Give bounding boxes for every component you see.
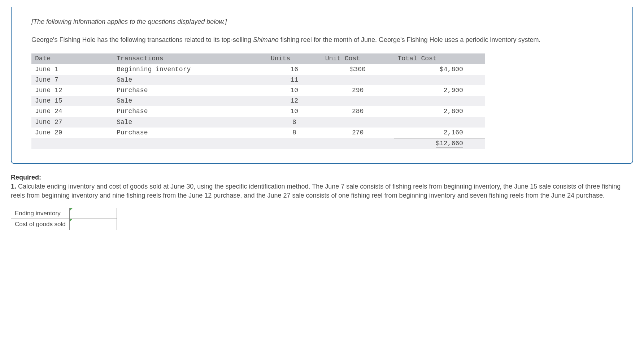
cell-unit-cost bbox=[322, 96, 394, 106]
cell-txn: Purchase bbox=[113, 85, 267, 96]
cell-date: June 1 bbox=[31, 64, 113, 75]
cell-date: June 7 bbox=[31, 75, 113, 85]
cell-unit-cost bbox=[322, 75, 394, 85]
intro-text-2: fishing reel for the month of June. Geor… bbox=[279, 36, 541, 43]
transactions-table: Date Transactions Units Unit Cost Total … bbox=[31, 53, 485, 149]
cell-units: 11 bbox=[267, 75, 322, 85]
col-total-cost: Total Cost bbox=[394, 53, 485, 64]
required-section: Required: 1. Calculate ending inventory … bbox=[11, 173, 633, 200]
cell-txn: Sale bbox=[113, 117, 267, 128]
cell-total bbox=[394, 96, 485, 106]
table-row: June 24 Purchase 10 280 2,800 bbox=[31, 106, 485, 117]
ending-inventory-cell bbox=[69, 208, 117, 219]
cell-units: 10 bbox=[267, 106, 322, 117]
intro-italic: Shimano bbox=[253, 36, 279, 43]
ending-inventory-input[interactable] bbox=[70, 209, 117, 218]
cogs-label: Cost of goods sold bbox=[11, 219, 70, 230]
answer-table: Ending inventory Cost of goods sold bbox=[11, 208, 117, 230]
col-transactions: Transactions bbox=[113, 53, 267, 64]
ending-inventory-label: Ending inventory bbox=[11, 208, 70, 219]
cell-total: 2,900 bbox=[394, 85, 485, 96]
col-unit-cost: Unit Cost bbox=[322, 53, 394, 64]
cell-txn: Purchase bbox=[113, 128, 267, 138]
cell-unit-cost: $300 bbox=[322, 64, 394, 75]
cell-unit-cost: 290 bbox=[322, 85, 394, 96]
cell-unit-cost: 280 bbox=[322, 106, 394, 117]
cell-txn: Sale bbox=[113, 75, 267, 85]
required-text: Calculate ending inventory and cost of g… bbox=[11, 183, 621, 199]
cell-units: 8 bbox=[267, 128, 322, 138]
cell-unit-cost bbox=[322, 117, 394, 128]
required-number: 1. bbox=[11, 183, 18, 190]
cell-date: June 27 bbox=[31, 117, 113, 128]
cell-date: June 24 bbox=[31, 106, 113, 117]
cell-units: 12 bbox=[267, 96, 322, 106]
intro-text-1: George's Fishing Hole has the following … bbox=[31, 36, 253, 43]
table-row: June 7 Sale 11 bbox=[31, 75, 485, 85]
required-label: Required: bbox=[11, 174, 41, 181]
answer-row-ending-inventory: Ending inventory bbox=[11, 208, 117, 219]
intro-paragraph: George's Fishing Hole has the following … bbox=[31, 35, 613, 44]
col-units: Units bbox=[267, 53, 322, 64]
cell-date: June 15 bbox=[31, 96, 113, 106]
cell-total bbox=[394, 75, 485, 85]
cell-units: 10 bbox=[267, 85, 322, 96]
cell-total bbox=[394, 117, 485, 128]
cell-total: 2,800 bbox=[394, 106, 485, 117]
input-marker-icon bbox=[70, 208, 73, 211]
cell-txn: Sale bbox=[113, 96, 267, 106]
grand-total: $12,660 bbox=[394, 138, 485, 149]
cell-total: $4,800 bbox=[394, 64, 485, 75]
table-row: June 27 Sale 8 bbox=[31, 117, 485, 128]
instruction-text: [The following information applies to th… bbox=[31, 17, 613, 26]
table-row: June 15 Sale 12 bbox=[31, 96, 485, 106]
cell-txn: Purchase bbox=[113, 106, 267, 117]
table-total-row: $12,660 bbox=[31, 138, 485, 149]
cell-txn: Beginning inventory bbox=[113, 64, 267, 75]
answer-row-cogs: Cost of goods sold bbox=[11, 219, 117, 230]
cogs-input[interactable] bbox=[70, 220, 117, 229]
cell-total: 2,160 bbox=[394, 128, 485, 138]
table-row: June 1 Beginning inventory 16 $300 $4,80… bbox=[31, 64, 485, 75]
cell-date: June 12 bbox=[31, 85, 113, 96]
cogs-cell bbox=[69, 219, 117, 230]
col-date: Date bbox=[31, 53, 113, 64]
question-card: [The following information applies to th… bbox=[11, 7, 633, 164]
grand-total-value: $12,660 bbox=[436, 140, 463, 148]
cell-units: 16 bbox=[267, 64, 322, 75]
table-row: June 12 Purchase 10 290 2,900 bbox=[31, 85, 485, 96]
table-row: June 29 Purchase 8 270 2,160 bbox=[31, 128, 485, 138]
table-header-row: Date Transactions Units Unit Cost Total … bbox=[31, 53, 485, 64]
input-marker-icon bbox=[70, 219, 73, 222]
cell-unit-cost: 270 bbox=[322, 128, 394, 138]
cell-units: 8 bbox=[267, 117, 322, 128]
cell-date: June 29 bbox=[31, 128, 113, 138]
